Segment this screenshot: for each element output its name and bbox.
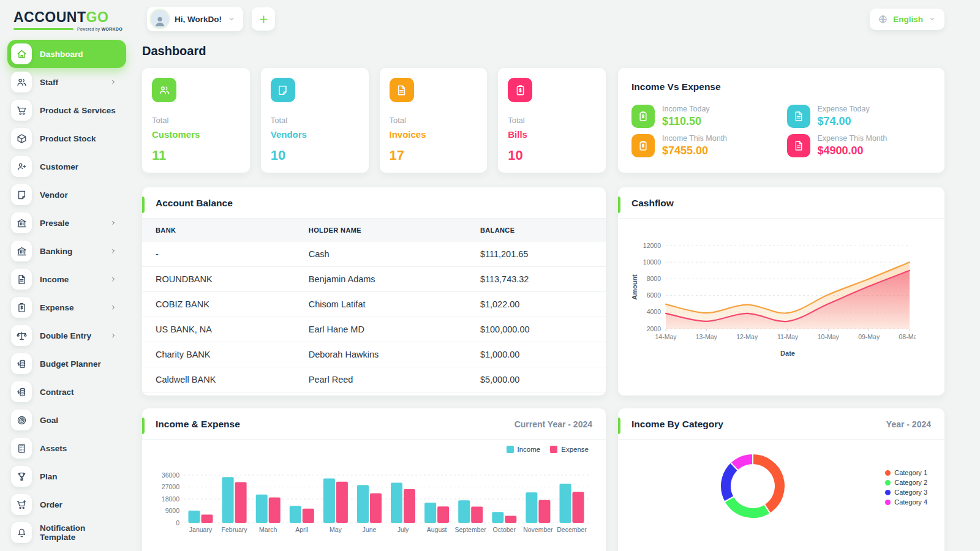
sidebar-item-product-stock[interactable]: Product Stock <box>7 124 126 152</box>
ive-label: Income This Month <box>662 134 727 143</box>
sidebar-item-staff[interactable]: Staff <box>7 68 126 96</box>
sidebar-item-plan[interactable]: Plan <box>7 462 126 490</box>
logo-underline <box>13 28 74 30</box>
sidebar-item-label: Dashboard <box>40 50 83 59</box>
table-cell: US BANK, NA <box>142 317 295 342</box>
sidebar-item-dashboard[interactable]: Dashboard <box>7 40 126 68</box>
table-row: ROUNDBANKBenjamin Adams$113,743.32 <box>142 267 606 292</box>
brand-name: ACCOUNTGO <box>13 10 127 25</box>
clipboard-dollar-icon <box>631 134 655 157</box>
sidebar-item-notification-template[interactable]: Notification Template <box>7 519 126 547</box>
stat-label: Customers <box>152 129 240 140</box>
stat-cards: TotalCustomers11TotalVendors10TotalInvoi… <box>142 68 606 173</box>
sidebar-item-label: Goal <box>40 416 58 425</box>
coins-icon <box>16 386 28 398</box>
svg-text:4000: 4000 <box>647 308 662 315</box>
chevron-down-icon <box>227 15 236 23</box>
clipboard-dollar-icon <box>508 78 532 102</box>
target-icon <box>16 414 28 426</box>
sidebar-item-product-services[interactable]: Product & Services <box>7 96 126 124</box>
sidebar-item-customer[interactable]: Customer <box>7 152 126 181</box>
coins-icon <box>11 353 32 374</box>
table-row: Charity BANKDeborah Hawkins$1,000.00 <box>142 342 606 367</box>
sidebar-item-assets[interactable]: Assets <box>7 434 126 462</box>
income-by-category-subtitle: Year - 2024 <box>886 419 931 429</box>
ive-texts: Expense Today$74.00 <box>818 105 870 128</box>
svg-text:Amount: Amount <box>631 274 638 300</box>
stat-card-bills[interactable]: TotalBills10 <box>498 68 606 173</box>
language-selector[interactable]: English <box>870 9 944 30</box>
svg-text:June: June <box>363 526 377 533</box>
svg-text:9000: 9000 <box>165 507 180 514</box>
income-expense-subtitle: Current Year - 2024 <box>514 419 592 429</box>
chevron-right-icon <box>109 303 118 312</box>
legend-item-category-4: Category 4 <box>885 498 927 506</box>
legend-dot <box>885 500 891 505</box>
table-row: US BANK, NAEarl Hane MD$100,000.00 <box>142 317 606 342</box>
sidebar-item-order[interactable]: Order <box>7 490 126 519</box>
table-cell: Pearl Reed <box>295 367 467 392</box>
svg-text:18000: 18000 <box>162 495 179 503</box>
note-icon <box>16 189 28 201</box>
svg-text:14-May: 14-May <box>655 333 677 340</box>
users-icon <box>152 78 176 102</box>
bank-icon <box>16 246 28 257</box>
ive-texts: Income This Month$7455.00 <box>662 134 727 157</box>
sidebar-item-vendor[interactable]: Vendor <box>7 181 126 209</box>
target-icon <box>11 410 32 430</box>
user-menu[interactable]: Hi, WorkDo! <box>147 7 243 31</box>
chevron-right-icon <box>109 275 118 283</box>
legend-label: Category 2 <box>894 479 927 486</box>
cashflow-area-svg: 2000400060008000100001200014-May13-May12… <box>630 237 916 359</box>
sidebar-item-label: Income <box>40 275 69 284</box>
table-row: -Cash$111,201.65 <box>142 242 606 267</box>
bell-icon <box>16 527 28 539</box>
powered-by: Powered by WORKDO <box>77 27 123 31</box>
sidebar-item-contract[interactable]: Contract <box>7 378 126 406</box>
sidebar-item-presale[interactable]: Presale <box>7 209 126 237</box>
stat-label: Bills <box>508 129 596 140</box>
powered-by-brand: WORKDO <box>101 27 122 31</box>
svg-text:April: April <box>295 526 308 533</box>
chevron-right-icon <box>109 219 118 227</box>
table-cell: $111,201.65 <box>467 242 606 267</box>
ive-value: $7455.00 <box>662 144 727 157</box>
powered-by-text: Powered by <box>77 27 100 31</box>
sidebar-item-double-entry[interactable]: Double Entry <box>7 321 126 350</box>
topbar: Hi, WorkDo! English <box>142 0 944 32</box>
panel-accent <box>142 418 145 434</box>
svg-text:8000: 8000 <box>647 275 662 282</box>
page-title: Dashboard <box>142 44 944 58</box>
calculator-icon <box>16 443 28 454</box>
svg-text:0: 0 <box>176 519 179 527</box>
table-cell: $1,000.00 <box>467 342 606 367</box>
legend-item-category-1: Category 1 <box>885 469 927 476</box>
sidebar-item-label: Product & Services <box>40 106 116 115</box>
sidebar-item-label: Vendor <box>40 190 68 200</box>
sidebar-item-income[interactable]: Income <box>7 265 126 293</box>
svg-text:Date: Date <box>780 350 795 357</box>
stat-card-customers[interactable]: TotalCustomers11 <box>142 68 250 173</box>
language-label: English <box>893 15 923 24</box>
svg-text:10000: 10000 <box>643 258 661 266</box>
brand-logo[interactable]: ACCOUNTGO Powered by WORKDO <box>7 7 132 31</box>
sidebar-item-banking[interactable]: Banking <box>7 237 126 265</box>
table-cell: Earl Hane MD <box>295 317 467 342</box>
chevron-right-icon <box>109 247 118 255</box>
quick-add-button[interactable] <box>252 7 275 31</box>
scale-icon <box>16 330 28 342</box>
ive-entry-income-today: Income Today$110.50 <box>631 105 776 128</box>
stat-card-vendors[interactable]: TotalVendors10 <box>261 68 369 173</box>
table-cell: Caldwell BANK <box>142 367 295 392</box>
sidebar-item-goal[interactable]: Goal <box>7 406 126 434</box>
stat-card-invoices[interactable]: TotalInvoices17 <box>380 68 488 173</box>
users-icon <box>16 77 28 88</box>
clipboard-dollar-icon <box>637 140 649 152</box>
svg-text:13-May: 13-May <box>696 333 718 340</box>
sidebar-item-expense[interactable]: Expense <box>7 293 126 321</box>
globe-icon <box>878 14 888 24</box>
middle-row: Account Balance BANKHOLDER NAMEBALANCE -… <box>142 187 944 395</box>
brand-tagline: Powered by WORKDO <box>13 27 127 31</box>
sidebar-item-budget-planner[interactable]: Budget Planner <box>7 350 126 378</box>
svg-text:October: October <box>493 526 516 533</box>
